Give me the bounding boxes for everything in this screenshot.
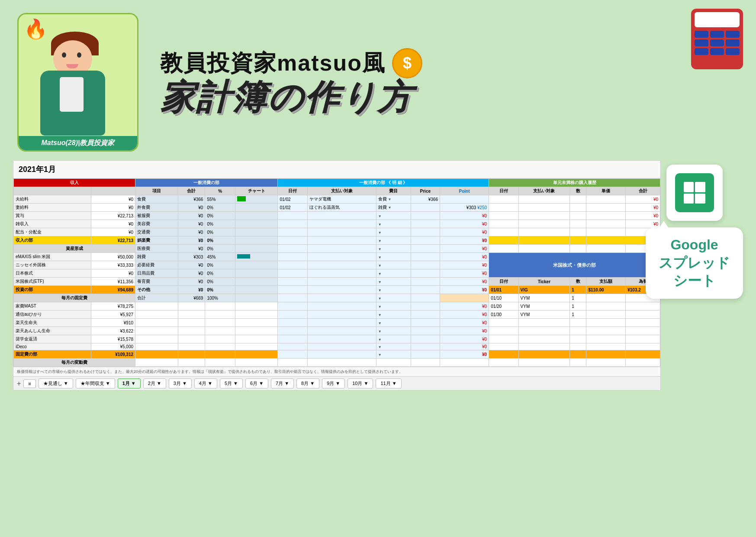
tab-may[interactable]: 5月 ▼	[220, 378, 243, 388]
col-unitprice: 単価	[586, 187, 626, 195]
col-date2: 日付	[489, 187, 518, 195]
table-header-row1: 収入 一般消費の部 一般消費の部 《 明 細 》 単元未満株の購入履歴	[14, 179, 660, 187]
tab-july[interactable]: 7月 ▼	[271, 378, 294, 388]
col-date: 日付	[278, 187, 307, 195]
table-row: iDeco ¥5,000 ▼ ¥0	[14, 343, 660, 350]
calculator-icon	[691, 9, 743, 69]
table-row: 雑収入 ¥0 美容費 ¥0 0% ▼ ¥0 ¥0	[14, 220, 660, 228]
tab-march[interactable]: 3月 ▼	[169, 378, 192, 388]
dollar-coin-icon: $	[392, 48, 422, 78]
table-row: 配当・分配金 ¥0 交通費 ¥0 0% ▼ ¥0 ¥0	[14, 228, 660, 236]
table-row: 毎月の固定費 合計 ¥669 100% ▼ 01/10 VYM 1	[14, 294, 660, 302]
table-row: 毎月の変動費	[14, 359, 660, 367]
tab-january[interactable]: 1月 ▼	[118, 378, 141, 388]
add-sheet-button[interactable]: +	[17, 380, 21, 388]
table-row: 家費MAST ¥78,275 ▼ ¥0 01/20 VYM 1	[14, 302, 660, 311]
col-qty: 数	[570, 187, 586, 195]
title-line1: 教員投資家matsuo風	[160, 51, 386, 75]
table-row: 楽天あんしん生命 ¥3,622 ▼ ¥0	[14, 327, 660, 335]
tab-february[interactable]: 2月 ▼	[143, 378, 166, 388]
table-header-row2: 項目 合計 % チャート 日付 支払い対象 費目 Price Point 日付 …	[14, 187, 660, 195]
table-row: 通信auひかり ¥5,927 ▼ ¥0 01/30 VYM 1	[14, 311, 660, 319]
tab-april[interactable]: 4月 ▼	[194, 378, 217, 388]
tab-november[interactable]: 11月 ▼	[376, 378, 401, 388]
assets-header-row: 資産形成 医療費 ¥0 0% ▼ ¥0 ¥0	[14, 245, 660, 253]
table-row: 楽天生命夫 ¥910 ▼ ¥0	[14, 319, 660, 327]
col-total: 合計	[178, 187, 205, 195]
general-expense-header: 一般消費の部	[135, 179, 278, 187]
mascot-box: 🔥 Matsuo(28)|教員投資家	[17, 13, 138, 152]
income-total-row: 収入の部 ¥22,713 娯楽費 ¥0 0% ▼ ¥0 ¥0	[14, 236, 660, 245]
tab-june[interactable]: 6月 ▼	[245, 378, 268, 388]
title-line2: 家計簿の作り方	[160, 78, 739, 116]
sheet-title: 2021年1月	[13, 161, 660, 178]
google-sheets-area: Google スプレッド シート	[646, 165, 743, 299]
sheet-tabs: + ≡ ★見通し ▼ ★年間収支 ▼ 1月 ▼ 2月 ▼ 3月 ▼ 4月 ▼ 5…	[13, 376, 660, 390]
sheet-footer: 株価情報はすべての市場から提供されるわけではなく、また、最大20分の遅延の可能性…	[13, 367, 660, 376]
fixed-total-row: 固定費の部 ¥109,312 ▼ ¥0	[14, 350, 660, 359]
mascot-label: Matsuo(28)|教員投資家	[19, 136, 137, 150]
tab-september[interactable]: 9月 ▼	[322, 378, 345, 388]
tab-august[interactable]: 8月 ▼	[296, 378, 319, 388]
table-row: 奨学金返済 ¥15,578 ▼ ¥0	[14, 335, 660, 343]
col-price: Price	[411, 187, 440, 195]
tab-menu[interactable]: ≡	[23, 379, 35, 388]
col-payee: 支払い対象	[307, 187, 376, 195]
tab-mitooshi[interactable]: ★見通し ▼	[39, 378, 73, 388]
col-payee2: 支払い対象	[518, 187, 570, 195]
col-item: 項目	[135, 187, 178, 195]
col-pct: %	[205, 187, 235, 195]
col-point: Point	[440, 187, 489, 195]
main-table: 収入 一般消費の部 一般消費の部 《 明 細 》 単元未満株の購入履歴 項目 合…	[13, 178, 660, 367]
tab-october[interactable]: 10月 ▼	[347, 378, 373, 388]
table-row: 賞与 ¥22,713 被服費 ¥0 0% ▼ ¥0 ¥0	[14, 212, 660, 220]
header-area: 🔥 Matsuo(28)|教員投資家 教員投資家matsuo風 $ 家計簿の作り…	[0, 0, 756, 156]
investment-total-row: 投資の部 ¥94,689 その他 ¥0 0% ▼ ¥0 01/01 VIG 1 …	[14, 286, 660, 294]
table-row: 米国株式(ETF) ¥11,356 養育費 ¥0 0% ▼ ¥0 日付 Tick…	[14, 278, 660, 286]
general-detail-header: 一般消費の部 《 明 細 》	[278, 179, 489, 187]
income-header: 収入	[14, 179, 135, 187]
stock-purchase-header: 単元未満株の購入履歴	[489, 179, 660, 187]
table-row: 妻給料 ¥0 外食費 ¥0 0% 01/02 ほぐれる温蒸気 雑費 ▼ ¥303…	[14, 204, 660, 212]
table-row: eMAXIS slim 米国 ¥50,000 雑費 ¥303 45% ▼ ¥0 …	[14, 253, 660, 261]
spreadsheet: 2021年1月 収入 一般消費の部 一般消費の部 《 明 細 》 単元未満株の購…	[13, 160, 661, 391]
tab-nenkanshuuhi[interactable]: ★年間収支 ▼	[76, 378, 115, 388]
col-cat: 費目	[376, 187, 411, 195]
google-sheets-icon	[666, 165, 723, 221]
col-chart: チャート	[235, 187, 278, 195]
table-row: 夫給料 ¥0 食費 ¥366 55% 01/02 ヤマダ電機 食費 ▼ ¥366…	[14, 195, 660, 204]
title-area: 教員投資家matsuo風 $ 家計簿の作り方	[151, 48, 739, 116]
google-sheets-label: Google スプレッド シート	[646, 227, 743, 299]
